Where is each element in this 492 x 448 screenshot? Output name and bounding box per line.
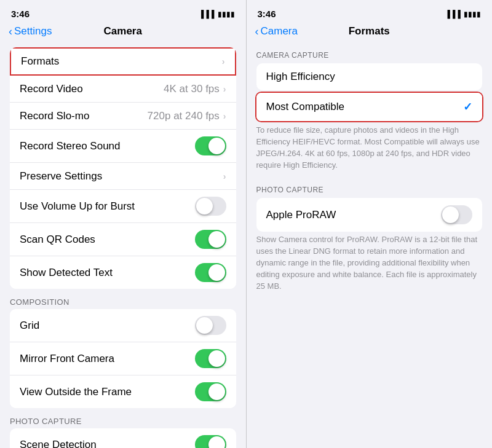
volume-burst-row: Use Volume Up for Burst xyxy=(10,190,236,223)
scene-detection-label: Scene Detection xyxy=(20,439,97,449)
photo-capture-label-right: PHOTO CAPTURE xyxy=(247,177,493,198)
scan-qr-label: Scan QR Codes xyxy=(20,234,95,246)
back-label-right: Camera xyxy=(261,25,298,37)
photo-capture-note: Show Camera control for ProRAW. ProRAW i… xyxy=(256,234,483,292)
right-panel: 3:46 ▐▐▐ ▮▮▮▮ ‹ Camera Formats CAMERA CA… xyxy=(247,0,493,448)
preserve-settings-row[interactable]: Preserve Settings › xyxy=(10,163,236,190)
settings-content-left: Formats › Record Video 4K at 30 fps › Re… xyxy=(0,42,246,448)
battery-icon-right: ▮▮▮▮ xyxy=(464,10,481,18)
record-video-value: 4K at 30 fps xyxy=(164,83,220,95)
group-main: Formats › Record Video 4K at 30 fps › Re… xyxy=(10,47,236,289)
record-stereo-toggle[interactable] xyxy=(195,136,226,155)
volume-burst-label: Use Volume Up for Burst xyxy=(20,200,135,213)
camera-capture-note: To reduce file size, capture photos and … xyxy=(256,125,483,171)
time-right: 3:46 xyxy=(258,9,276,19)
page-title-right: Formats xyxy=(349,25,390,37)
view-outside-toggle[interactable] xyxy=(195,382,226,401)
group-photo-capture: Scene Detection xyxy=(10,428,236,448)
view-outside-row: View Outside the Frame xyxy=(10,375,236,408)
volume-burst-knob xyxy=(196,198,213,214)
mirror-front-toggle[interactable] xyxy=(195,349,226,368)
record-slomo-value: 720p at 240 fps xyxy=(148,110,220,122)
back-chevron-left: ‹ xyxy=(9,25,12,38)
record-slomo-right: 720p at 240 fps › xyxy=(148,110,226,122)
formats-label: Formats xyxy=(21,55,59,68)
camera-capture-label: CAMERA CAPTURE xyxy=(247,42,493,63)
page-title-left: Camera xyxy=(104,25,142,37)
mirror-front-row: Mirror Front Camera xyxy=(10,342,236,375)
detected-text-knob xyxy=(208,264,225,281)
back-button-left[interactable]: ‹ Settings xyxy=(9,25,52,38)
formats-chevron: › xyxy=(222,57,225,66)
most-compatible-checkmark: ✓ xyxy=(463,100,472,114)
preserve-settings-label: Preserve Settings xyxy=(20,170,102,183)
record-stereo-knob xyxy=(208,138,225,154)
record-stereo-row: Record Stereo Sound xyxy=(10,130,236,163)
grid-label: Grid xyxy=(20,320,39,332)
view-outside-knob xyxy=(208,383,225,400)
view-outside-label: View Outside the Frame xyxy=(20,386,132,398)
group-composition: Grid Mirror Front Camera View Outside th… xyxy=(10,309,236,408)
grid-row: Grid xyxy=(10,309,236,342)
apple-proraw-toggle[interactable] xyxy=(441,205,472,224)
record-stereo-label: Record Stereo Sound xyxy=(20,140,121,152)
status-bar-right: 3:46 ▐▐▐ ▮▮▮▮ xyxy=(247,0,493,23)
status-bar-left: 3:46 ▐▐▐ ▮▮▮▮ xyxy=(0,0,246,23)
record-video-label: Record Video xyxy=(20,83,83,95)
most-compatible-row[interactable]: Most Compatible ✓ xyxy=(256,93,483,121)
record-video-row[interactable]: Record Video 4K at 30 fps › xyxy=(10,76,236,103)
back-label-left: Settings xyxy=(14,25,52,37)
battery-icon: ▮▮▮▮ xyxy=(218,10,235,18)
apple-proraw-row: Apple ProRAW xyxy=(256,198,483,232)
photo-capture-header-left: PHOTO CAPTURE xyxy=(0,413,246,428)
settings-content-right: CAMERA CAPTURE High Efficiency Most Comp… xyxy=(247,42,493,448)
detected-text-toggle[interactable] xyxy=(195,263,226,282)
signal-icon: ▐▐▐ xyxy=(199,10,215,18)
apple-proraw-knob xyxy=(442,206,459,223)
record-slomo-label: Record Slo-mo xyxy=(20,110,89,122)
scene-detection-toggle[interactable] xyxy=(195,435,226,448)
composition-header: COMPOSITION xyxy=(0,294,246,309)
apple-proraw-group: Apple ProRAW xyxy=(256,198,483,232)
back-chevron-right: ‹ xyxy=(255,25,259,38)
status-icons-right: ▐▐▐ ▮▮▮▮ xyxy=(445,10,481,18)
record-video-chevron: › xyxy=(223,84,226,94)
left-panel: 3:46 ▐▐▐ ▮▮▮▮ ‹ Settings Camera Formats … xyxy=(0,0,246,448)
most-compatible-label: Most Compatible xyxy=(266,101,345,113)
preserve-settings-chevron: › xyxy=(223,171,226,181)
scan-qr-row: Scan QR Codes xyxy=(10,223,236,256)
nav-bar-left: ‹ Settings Camera xyxy=(0,23,246,42)
scene-detection-knob xyxy=(208,436,225,448)
preserve-settings-right: › xyxy=(223,171,226,181)
high-efficiency-option[interactable]: High Efficiency xyxy=(256,63,483,90)
apple-proraw-label: Apple ProRAW xyxy=(266,209,336,221)
high-efficiency-row[interactable]: High Efficiency xyxy=(256,63,483,90)
status-icons-left: ▐▐▐ ▮▮▮▮ xyxy=(199,10,235,18)
record-slomo-row[interactable]: Record Slo-mo 720p at 240 fps › xyxy=(10,103,236,130)
mirror-front-label: Mirror Front Camera xyxy=(20,353,114,365)
detected-text-label: Show Detected Text xyxy=(20,267,113,279)
scan-qr-toggle[interactable] xyxy=(195,230,226,249)
formats-right: › xyxy=(222,57,225,66)
time-left: 3:46 xyxy=(11,9,30,19)
volume-burst-toggle[interactable] xyxy=(195,197,226,216)
scene-detection-row: Scene Detection xyxy=(10,428,236,448)
scan-qr-knob xyxy=(208,231,225,248)
most-compatible-option[interactable]: Most Compatible ✓ xyxy=(255,92,484,122)
grid-knob xyxy=(196,317,213,334)
signal-icon-right: ▐▐▐ xyxy=(445,10,461,18)
mirror-front-knob xyxy=(208,350,225,367)
high-efficiency-label: High Efficiency xyxy=(266,71,335,83)
detected-text-row: Show Detected Text xyxy=(10,256,236,289)
nav-bar-right: ‹ Camera Formats xyxy=(247,23,493,42)
formats-row[interactable]: Formats › xyxy=(10,47,236,76)
back-button-right[interactable]: ‹ Camera xyxy=(255,25,298,38)
record-slomo-chevron: › xyxy=(223,111,226,121)
grid-toggle[interactable] xyxy=(195,316,226,335)
record-video-right: 4K at 30 fps › xyxy=(164,83,226,95)
